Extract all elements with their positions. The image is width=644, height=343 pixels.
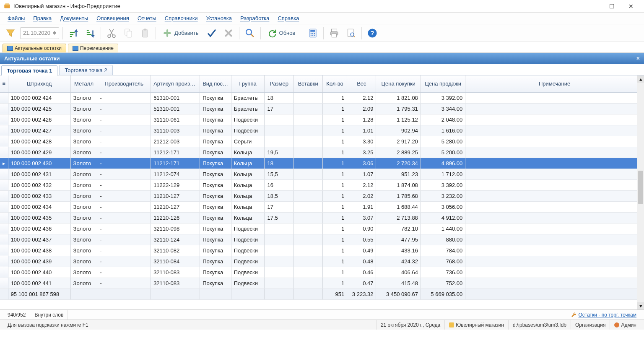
scroll-down-button[interactable]: ▾ <box>637 302 644 309</box>
table-row[interactable]: 100 000 002 432Золото-11222-129ПокупкаКо… <box>0 179 644 190</box>
cell[interactable]: 100 000 002 430 <box>8 158 70 169</box>
cell[interactable]: Золото <box>70 114 97 125</box>
table-row[interactable]: 100 000 002 437Золото-32110-124ПокупкаПо… <box>0 234 644 245</box>
cell[interactable] <box>465 169 644 179</box>
cell[interactable] <box>265 267 293 278</box>
cell[interactable]: 100 000 002 433 <box>8 190 70 201</box>
cell[interactable]: Покупка <box>200 125 231 136</box>
cell[interactable]: Золото <box>70 147 97 158</box>
cell[interactable]: - <box>97 114 151 125</box>
cell[interactable]: Покупка <box>200 169 231 179</box>
cell[interactable]: Золото <box>70 158 97 169</box>
row-marker[interactable] <box>0 114 8 125</box>
menu-2[interactable]: Документы <box>57 13 91 23</box>
row-marker[interactable] <box>0 234 8 245</box>
row-marker[interactable] <box>0 169 8 179</box>
cell[interactable]: 902.94 <box>376 125 421 136</box>
cell[interactable]: Покупка <box>200 158 231 169</box>
cell[interactable]: - <box>97 223 151 234</box>
doc-tab-1[interactable]: Перемещение <box>68 44 118 52</box>
cell[interactable]: Покупка <box>200 267 231 278</box>
cell[interactable] <box>293 92 322 103</box>
cell[interactable]: Подвески <box>231 278 265 288</box>
cell[interactable]: 2 889.25 <box>376 147 421 158</box>
cell[interactable] <box>465 278 644 288</box>
print-button[interactable] <box>327 26 341 40</box>
close-button[interactable]: ✕ <box>621 0 641 12</box>
cell[interactable]: 100 000 002 432 <box>8 179 70 190</box>
row-marker[interactable] <box>0 92 8 103</box>
cell[interactable]: 19,5 <box>265 147 293 158</box>
row-marker[interactable]: ▸ <box>0 158 8 169</box>
col-header-11[interactable]: Цена продажи <box>421 75 465 92</box>
cell[interactable] <box>465 234 644 245</box>
cell[interactable] <box>465 245 644 256</box>
cell[interactable]: 32110-098 <box>151 223 200 234</box>
cell[interactable]: - <box>97 278 151 288</box>
add-button[interactable]: Добавить <box>159 26 202 40</box>
cell[interactable]: 1 821.08 <box>376 92 421 103</box>
cell[interactable]: 21212-003 <box>151 136 200 147</box>
cell[interactable]: 100 000 002 431 <box>8 169 70 179</box>
cell[interactable]: 16 <box>265 179 293 190</box>
date-picker[interactable]: 21.10.2020 <box>20 27 59 39</box>
cell[interactable]: Подвески <box>231 256 265 267</box>
cell[interactable]: 736.00 <box>421 267 465 278</box>
cell[interactable]: 1 <box>322 201 347 212</box>
cell[interactable]: 3.06 <box>347 158 376 169</box>
cell[interactable]: 784.00 <box>421 245 465 256</box>
cell[interactable]: Золото <box>70 92 97 103</box>
cell[interactable]: 100 000 002 426 <box>8 114 70 125</box>
cell[interactable]: - <box>97 201 151 212</box>
cell[interactable] <box>293 125 322 136</box>
cell[interactable]: Подвески <box>231 234 265 245</box>
cell[interactable]: 0.55 <box>347 234 376 245</box>
cell[interactable]: 11210-127 <box>151 190 200 201</box>
calculator-button[interactable] <box>306 26 320 40</box>
col-header-3[interactable]: Артикул производителя <box>151 75 200 92</box>
cell[interactable]: 768.00 <box>421 256 465 267</box>
cell[interactable]: Кольца <box>231 190 265 201</box>
table-row[interactable]: 100 000 002 431Золото-11212-074ПокупкаКо… <box>0 169 644 179</box>
cell[interactable] <box>465 179 644 190</box>
cell[interactable]: Золото <box>70 245 97 256</box>
cell[interactable]: 100 000 002 441 <box>8 278 70 288</box>
cell[interactable]: Покупка <box>200 136 231 147</box>
row-marker[interactable] <box>0 212 8 223</box>
cell[interactable]: - <box>97 92 151 103</box>
cell[interactable]: Покупка <box>200 278 231 288</box>
table-row[interactable]: 100 000 002 425Золото-51310-001ПокупкаБр… <box>0 103 644 114</box>
cell[interactable]: Подвески <box>231 125 265 136</box>
cell[interactable]: 3 392.00 <box>421 179 465 190</box>
cell[interactable] <box>465 125 644 136</box>
cell[interactable]: 1 <box>322 179 347 190</box>
col-header-0[interactable]: Штрихкод <box>8 75 70 92</box>
cell[interactable]: Золото <box>70 256 97 267</box>
cell[interactable]: Кольца <box>231 179 265 190</box>
cell[interactable]: 1 795.31 <box>376 103 421 114</box>
cell[interactable]: 1 785.68 <box>376 190 421 201</box>
cell[interactable]: Покупка <box>200 190 231 201</box>
cell[interactable]: Покупка <box>200 114 231 125</box>
cell[interactable]: 32110-083 <box>151 267 200 278</box>
cell[interactable]: Золото <box>70 169 97 179</box>
print-preview-button[interactable] <box>344 26 358 40</box>
cell[interactable]: - <box>97 267 151 278</box>
cell[interactable]: 1 <box>322 136 347 147</box>
cell[interactable]: 3 344.00 <box>421 103 465 114</box>
confirm-button[interactable] <box>205 26 219 40</box>
cell[interactable]: 11212-074 <box>151 169 200 179</box>
cell[interactable]: - <box>97 103 151 114</box>
copy-button[interactable] <box>121 26 135 40</box>
cell[interactable]: 32110-084 <box>151 256 200 267</box>
cell[interactable]: 2.02 <box>347 190 376 201</box>
view-close-button[interactable]: × <box>636 55 640 62</box>
cell[interactable]: 17,5 <box>265 212 293 223</box>
table-row[interactable]: 100 000 002 436Золото-32110-098ПокупкаПо… <box>0 223 644 234</box>
cell[interactable]: 5 280.00 <box>421 136 465 147</box>
cell[interactable] <box>265 234 293 245</box>
cell[interactable]: Покупка <box>200 147 231 158</box>
cell[interactable]: 2.12 <box>347 92 376 103</box>
cell[interactable] <box>293 158 322 169</box>
cell[interactable]: 11212-171 <box>151 158 200 169</box>
